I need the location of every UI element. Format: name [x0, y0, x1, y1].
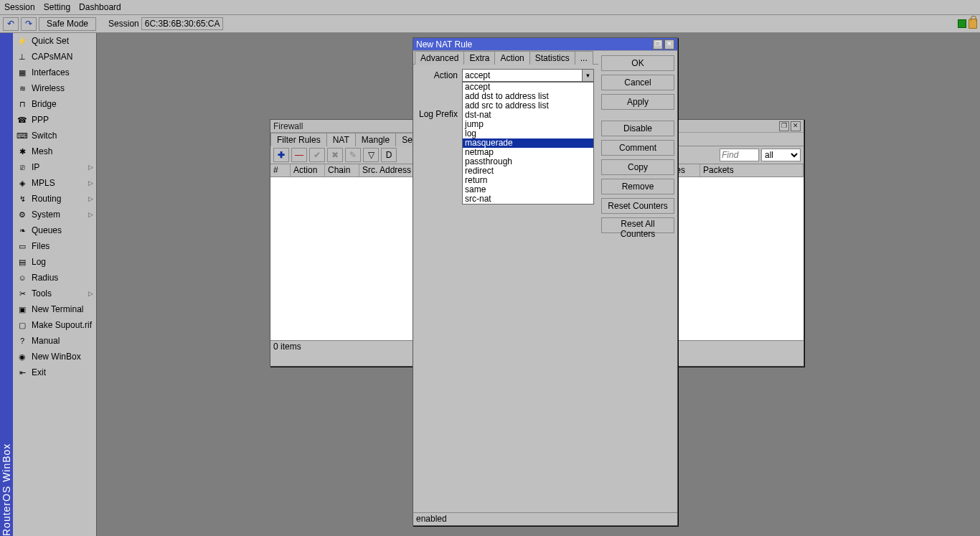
sidebar-item-capsman[interactable]: ⊥CAPsMAN	[13, 49, 96, 65]
toolbar: ↶ ↷ Safe Mode Session 6C:3B:6B:30:65:CA	[0, 15, 980, 33]
sidebar-icon: ?	[17, 336, 27, 346]
tab-more[interactable]: ...	[575, 51, 593, 65]
nat-titlebar[interactable]: New NAT Rule ❐ ✕	[413, 38, 677, 51]
sidebar-icon: ◉	[17, 352, 27, 362]
sidebar-item-bridge[interactable]: ⊓Bridge	[13, 96, 96, 112]
sidebar-icon: ✱	[17, 146, 27, 156]
cancel-button[interactable]: Cancel	[601, 75, 674, 90]
sidebar-icon: ✂	[17, 288, 27, 298]
reset-all-counters-button[interactable]: Reset All Counters	[601, 217, 674, 233]
tab-extra[interactable]: Extra	[463, 51, 495, 65]
sidebar-item-mesh[interactable]: ✱Mesh	[13, 144, 96, 159]
firewall-restore-button[interactable]: ❐	[779, 121, 789, 131]
sidebar-item-ppp[interactable]: ☎PPP	[13, 112, 96, 128]
col-packets[interactable]: Packets	[700, 164, 804, 177]
nat-restore-button[interactable]: ❐	[653, 39, 663, 50]
sidebar-item-mpls[interactable]: ◈MPLS▷	[13, 175, 96, 191]
undo-button[interactable]: ↶	[3, 17, 19, 31]
sidebar-icon: ⎚	[17, 162, 27, 172]
safe-mode-button[interactable]: Safe Mode	[39, 17, 96, 31]
chevron-right-icon: ▷	[88, 211, 93, 218]
nat-close-button[interactable]: ✕	[664, 39, 674, 50]
disable-button[interactable]: Disable	[601, 121, 674, 136]
default-button[interactable]: D	[381, 148, 397, 162]
sidebar-item-label: Tools	[32, 288, 52, 298]
tab-statistics[interactable]: Statistics	[529, 51, 575, 65]
sidebar-item-label: CAPsMAN	[32, 52, 72, 62]
tab-advanced[interactable]: Advanced	[415, 51, 464, 65]
sidebar-item-ip[interactable]: ⎚IP▷	[13, 159, 96, 175]
sidebar-item-label: Log	[32, 257, 46, 267]
col-chain[interactable]: Chain	[325, 164, 359, 177]
nat-status: enabled	[413, 512, 677, 525]
sidebar-icon: ❧	[17, 225, 27, 235]
nat-rule-window[interactable]: New NAT Rule ❐ ✕ Advanced Extra Action S…	[413, 37, 678, 526]
sidebar-item-manual[interactable]: ?Manual	[13, 333, 96, 349]
redo-button[interactable]: ↷	[21, 17, 37, 31]
apply-button[interactable]: Apply	[601, 94, 674, 110]
sidebar-item-label: Mesh	[32, 146, 52, 156]
col-num[interactable]: #	[270, 164, 291, 177]
tab-mangle[interactable]: Mangle	[355, 133, 396, 146]
chevron-right-icon: ▷	[88, 179, 93, 187]
sidebar-item-exit[interactable]: ⇤Exit	[13, 365, 96, 380]
filter-select[interactable]: all	[761, 149, 801, 161]
session-label: Session	[108, 19, 139, 29]
nat-tabs[interactable]: Advanced Extra Action Statistics ...	[413, 51, 598, 65]
sidebar-item-interfaces[interactable]: ▦Interfaces	[13, 65, 96, 80]
sidebar-item-system[interactable]: ⚙System▷	[13, 207, 96, 222]
comment-button[interactable]: Comment	[601, 140, 674, 156]
sidebar-item-wireless[interactable]: ≋Wireless	[13, 80, 96, 96]
sidebar-item-label: Wireless	[32, 83, 65, 93]
sidebar-item-make-supout-rif[interactable]: ▢Make Supout.rif	[13, 317, 96, 333]
col-action[interactable]: Action	[291, 164, 325, 177]
sidebar-item-queues[interactable]: ❧Queues	[13, 222, 96, 238]
lock-icon	[969, 19, 977, 29]
filter-button[interactable]: ▽	[363, 148, 379, 162]
redo-icon: ↷	[25, 19, 32, 29]
action-dropdown-button[interactable]: ▼	[583, 69, 594, 82]
menu-settings[interactable]: Setting	[44, 2, 70, 12]
sidebar-item-label: Interfaces	[32, 67, 70, 77]
sidebar-item-new-winbox[interactable]: ◉New WinBox	[13, 349, 96, 365]
tab-filter-rules[interactable]: Filter Rules	[270, 133, 327, 146]
dropdown-option-src-nat[interactable]: src-nat	[463, 194, 593, 204]
find-input[interactable]	[720, 149, 759, 161]
chevron-right-icon: ▷	[88, 290, 93, 297]
sidebar-item-label: Switch	[32, 131, 57, 141]
sidebar-item-label: MPLS	[32, 178, 55, 188]
action-dropdown[interactable]: acceptadd dst to address listadd src to …	[462, 82, 594, 204]
menu-dashboard[interactable]: Dashboard	[79, 2, 121, 12]
sidebar[interactable]: ⚡Quick Set⊥CAPsMAN▦Interfaces≋Wireless⊓B…	[13, 33, 97, 536]
copy-button[interactable]: Copy	[601, 159, 674, 175]
nat-form: Action ▼ acceptadd dst to address listad…	[413, 65, 598, 129]
sidebar-item-label: Bridge	[32, 99, 57, 109]
sidebar-item-log[interactable]: ▤Log	[13, 254, 96, 270]
status-square-icon	[958, 19, 966, 28]
tab-action[interactable]: Action	[494, 51, 529, 65]
sidebar-icon: ▣	[17, 304, 27, 314]
menubar[interactable]: Session Setting Dashboard	[0, 0, 980, 15]
sidebar-item-quick-set[interactable]: ⚡Quick Set	[13, 33, 96, 49]
sidebar-item-routing[interactable]: ↯Routing▷	[13, 191, 96, 207]
sidebar-item-radius[interactable]: ☺Radius	[13, 270, 96, 286]
remove-button[interactable]: Remove	[601, 179, 674, 194]
reset-counters-button[interactable]: Reset Counters	[601, 198, 674, 214]
add-rule-button[interactable]: ✚	[273, 148, 289, 162]
menu-session[interactable]: Session	[4, 2, 35, 12]
dropdown-option-jump[interactable]: jump	[463, 120, 593, 129]
sidebar-item-files[interactable]: ▭Files	[13, 238, 96, 254]
sidebar-item-tools[interactable]: ✂Tools▷	[13, 286, 96, 301]
remove-rule-button[interactable]: —	[291, 148, 307, 162]
sidebar-item-new-terminal[interactable]: ▣New Terminal	[13, 301, 96, 317]
ok-button[interactable]: OK	[601, 55, 674, 71]
sidebar-icon: ↯	[17, 194, 27, 204]
sidebar-icon: ≋	[17, 83, 27, 93]
comment-rule-button[interactable]: ✎	[345, 148, 361, 162]
tab-nat[interactable]: NAT	[326, 133, 356, 146]
disable-rule-button[interactable]: ✖	[327, 148, 343, 162]
enable-rule-button[interactable]: ✔	[309, 148, 325, 162]
action-input[interactable]	[462, 69, 583, 82]
sidebar-item-switch[interactable]: ⌨Switch	[13, 128, 96, 144]
firewall-close-button[interactable]: ✕	[791, 121, 801, 131]
